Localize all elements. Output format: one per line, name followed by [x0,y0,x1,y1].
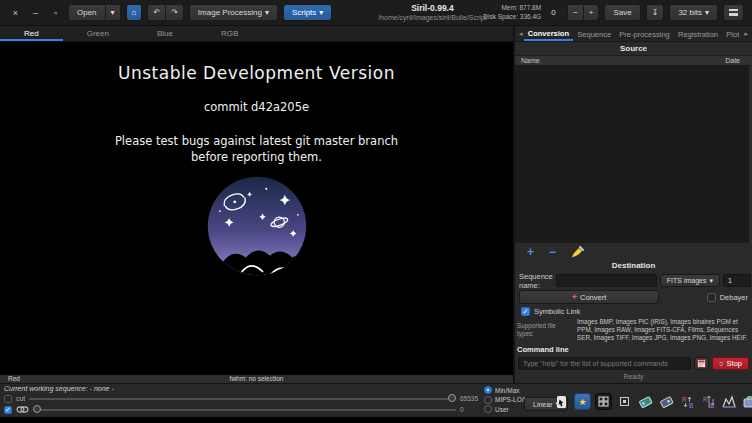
chevron-down-icon: ▾ [265,8,269,17]
image-invert-icon [555,395,568,409]
image-processing-label: Image Processing [198,8,262,17]
image-invert-button[interactable] [553,393,570,410]
cut-checkbox[interactable] [4,395,12,403]
symbolic-link-checkbox[interactable]: ✓ [521,307,530,316]
status-ready: Ready [515,371,752,383]
link-thresholds-checkbox[interactable]: ✓ [4,406,12,414]
convert-row: + Convert Debayer [515,289,752,305]
single-view-icon [619,396,630,407]
scripts-label: Scripts [292,8,316,17]
tab-blue[interactable]: Blue [133,26,197,41]
minimize-icon[interactable]: – [28,8,43,18]
zoom-value-input[interactable] [546,4,568,21]
stop-label: Stop [727,359,742,368]
output-format-select[interactable]: FITS images ▾ [660,274,720,287]
cut-label: cut [16,395,25,402]
column-header-date[interactable]: Date [725,57,752,64]
working-sequence-label: Current working sequence: - none - [4,385,114,392]
radio-icon [484,396,492,404]
zoom-decrease-button[interactable]: − [567,4,584,21]
memory-status: Mem: 877.8M [483,4,541,12]
radio-minmax-label: Min/Max [495,387,520,394]
dev-version-title: Unstable Development Version [0,42,513,83]
open-button[interactable]: Open [68,4,106,21]
svg-text:B: B [689,402,693,409]
maximize-icon[interactable]: ▫ [48,8,63,18]
supported-types-label: Supported file types: [517,318,573,342]
high-slider[interactable] [29,398,456,400]
close-icon[interactable]: × [8,8,23,18]
low-slider-handle[interactable] [33,405,41,413]
check-icon: ✓ [5,406,11,414]
tab-plot[interactable]: Plot [722,28,743,40]
low-value: 0 [460,406,482,413]
destination-section-title: Destination [515,259,752,272]
output-format-label: FITS images [667,277,707,284]
warning-line-2: before reporting them. [0,149,513,165]
sequence-name-input[interactable] [556,274,657,287]
scale-label: Linear [533,401,552,408]
plus-icon: + [589,8,594,17]
quick-photometry-icon [638,395,653,409]
warning-message: Please test bugs against latest git mast… [0,133,513,165]
source-list-header: Name Date [515,55,752,66]
column-header-name[interactable]: Name [515,57,540,64]
convert-button[interactable]: + Convert [519,290,659,304]
high-value: 65535 [460,395,482,402]
channel-tabs: Red Green Blue RGB [0,26,513,42]
redo-button[interactable]: ↷ [165,4,184,21]
image-processing-button[interactable]: Image Processing ▾ [189,4,278,21]
save-as-button[interactable]: ↧ [646,4,665,21]
add-files-button[interactable]: + [527,247,534,257]
channel-swap-button[interactable]: R B [679,393,696,410]
debayer-checkbox[interactable] [707,293,716,302]
tab-registration[interactable]: Registration [674,28,722,40]
open-dropdown-button[interactable]: ▾ [105,4,121,21]
save-button[interactable]: Save [604,4,640,21]
tab-rgb[interactable]: RGB [197,26,262,41]
image-canvas[interactable]: Unstable Development Version commit d42a… [0,42,513,375]
zoom-increase-button[interactable]: + [583,4,600,21]
bit-depth-label: 32 bits [678,8,702,17]
stop-button[interactable]: ○ Stop [712,357,749,370]
radio-minmax[interactable]: Min/Max [484,386,530,394]
tabs-scroll-right-icon[interactable]: ▸ [743,30,749,38]
undo-button[interactable]: ↶ [147,4,166,21]
image-stack-icon [743,395,752,409]
home-button[interactable]: ⌂ [126,4,143,21]
tab-conversion[interactable]: Conversion [524,27,573,41]
image-stack-button[interactable] [742,393,752,410]
channel-align-button[interactable]: R B [700,393,717,410]
histogram-button[interactable] [721,393,738,410]
low-slider[interactable] [33,409,456,411]
scripts-button[interactable]: Scripts ▾ [283,4,332,21]
photometry-button[interactable] [658,393,675,410]
sequence-count-input[interactable] [723,274,751,287]
histogram-icon [722,395,737,408]
tabs-scroll-left-icon[interactable]: ◂ [518,30,524,38]
svg-text:R: R [703,396,708,403]
single-view-button[interactable] [616,393,633,410]
tab-sequence[interactable]: Sequence [573,28,615,40]
command-input[interactable] [518,357,691,370]
high-slider-handle[interactable] [448,394,456,402]
remove-files-button[interactable]: − [549,247,556,257]
convert-label: Convert [580,293,606,302]
source-file-list[interactable] [515,66,752,243]
command-log-button[interactable] [694,357,709,370]
tab-pre-processing[interactable]: Pre-processing [615,28,673,40]
source-section-title: Source [515,42,752,55]
warning-line-1: Please test bugs against latest git mast… [0,133,513,149]
clear-list-broom-icon[interactable] [571,246,584,258]
tab-green[interactable]: Green [63,26,133,41]
grid-view-button[interactable] [595,393,612,410]
command-line-row: ○ Stop [515,355,752,371]
radio-icon [484,386,492,394]
high-threshold-row: cut 65535 [4,394,482,403]
star-detection-button[interactable]: ★ [574,393,591,410]
tab-red[interactable]: Red [0,26,63,41]
menu-button[interactable] [723,4,744,21]
quick-photometry-button[interactable] [637,393,654,410]
bit-depth-select[interactable]: 32 bits ▾ [669,4,718,21]
supported-types-text: Images BMP, Images PIC (IRIS), Images bi… [577,318,750,342]
